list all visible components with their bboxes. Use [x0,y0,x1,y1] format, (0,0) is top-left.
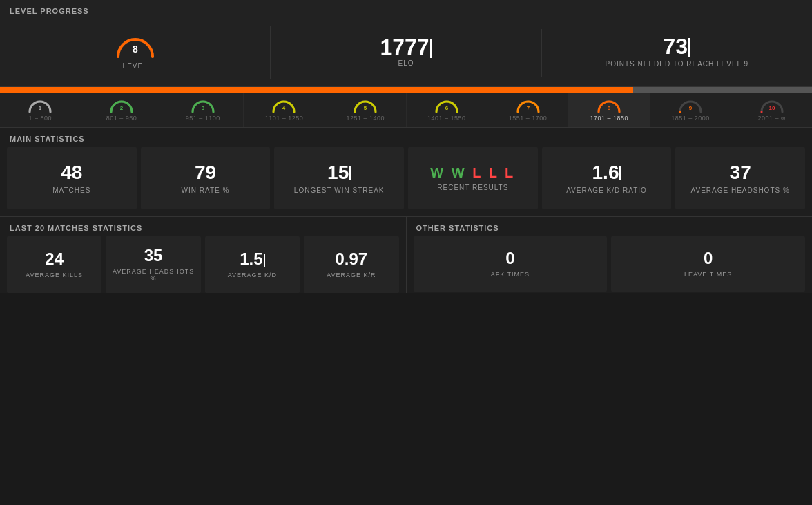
level-step-9[interactable]: 9 1851 – 2000 [650,93,732,127]
other-stats-label: OTHER STATISTICS [407,217,813,236]
level-step-4[interactable]: 4 1101 – 1250 [244,93,325,127]
avg-kills-card: 24 AVERAGE KILLS [7,236,102,293]
level-step-3[interactable]: 3 951 – 1100 [162,93,244,127]
last20-label: LAST 20 MATCHES STATISTICS [0,217,406,236]
avg-hs-value: 35 [144,247,163,264]
kd-ratio-value: 1.6 [592,163,621,182]
result-w1: W [430,165,445,180]
step-range-8: 1701 – 1850 [590,115,628,122]
avg-kills-value: 24 [45,251,64,267]
avg-kr-label: AVERAGE K/R [327,271,376,278]
step-gauge-8: 8 [597,98,621,113]
level-step-8[interactable]: 8 1701 – 1850 [569,93,650,127]
matches-card: 48 MATCHES [7,147,137,209]
step-range-6: 1401 – 1550 [427,115,466,122]
kd-ratio-label: AVERAGE K/D RATIO [566,187,647,194]
result-l1: L [472,165,483,180]
elo-cursor [430,39,432,58]
svg-text:3: 3 [202,105,205,111]
step-range-7: 1551 – 1700 [509,115,548,122]
afk-times-value: 0 [505,250,514,267]
other-stats-section: OTHER STATISTICS 0 AFK TIMES 0 LEAVE TIM… [407,217,813,293]
avg-kr-card: 0.97 AVERAGE K/R [304,236,398,293]
avg-kr-value: 0.97 [335,251,367,267]
headshots-card: 37 AVERAGE HEADSHOTS % [675,147,805,209]
svg-text:1: 1 [39,105,42,111]
level-step-7[interactable]: 7 1551 – 1700 [487,93,569,127]
win-streak-value: 15 [327,163,351,182]
level-step-10[interactable]: 10 2001 – ∞ [731,93,812,127]
win-rate-value: 79 [195,163,216,182]
win-streak-label: LONGEST WIN STREAK [294,187,385,194]
step-gauge-2: 2 [109,98,134,113]
afk-times-card: 0 AFK TIMES [414,236,608,292]
step-range-5: 1251 – 1400 [346,115,385,122]
points-cursor [688,38,690,57]
elo-label: ELO [398,59,414,67]
level-step-5[interactable]: 5 1251 – 1400 [325,93,407,127]
svg-text:7: 7 [526,105,530,111]
win-streak-card: 15 LONGEST WIN STREAK [274,147,404,209]
avg-hs-card: 35 AVERAGE HEADSHOTS % [106,236,200,293]
avg-kd-card: 1.5 AVERAGE K/D [205,236,300,293]
recent-results-card: W W L L L RECENT RESULTS [408,147,538,209]
svg-text:5: 5 [364,105,367,111]
avg-kills-label: AVERAGE KILLS [26,271,83,278]
step-gauge-9: 9 [678,98,703,113]
avg-kd-cursor [264,254,265,267]
kd-ratio-card: 1.6 AVERAGE K/D RATIO [542,147,672,209]
level-gauge: 8 [115,33,156,58]
points-needed-value: 73 [664,35,691,58]
level-progress-label: LEVEL PROGRESS [0,0,812,19]
level-card: 8 LEVEL [0,26,271,79]
step-gauge-5: 5 [353,98,378,113]
level-step-2[interactable]: 2 801 – 950 [81,93,163,127]
matches-value: 48 [61,163,82,182]
step-range-2: 801 – 950 [106,115,137,122]
step-gauge-1: 1 [28,98,52,113]
kd-cursor [619,166,621,180]
headshots-label: AVERAGE HEADSHOTS % [691,187,790,194]
step-gauge-7: 7 [516,98,541,113]
step-range-9: 1851 – 2000 [671,115,710,122]
leave-times-value: 0 [704,250,713,267]
step-gauge-3: 3 [191,98,215,113]
svg-text:8: 8 [608,105,611,111]
leave-times-card: 0 LEAVE TIMES [611,236,805,292]
result-l3: L [505,165,515,180]
level-label: LEVEL [123,62,148,70]
level-steps: 1 1 – 800 2 801 – 950 3 951 – 1100 [0,93,812,127]
streak-cursor [349,166,351,180]
headshots-value: 37 [730,163,751,182]
step-gauge-10: 10 [760,98,784,113]
level-cards: 8 LEVEL 1777 ELO 73 POINTS NEEDED TO REA… [0,19,812,87]
step-range-10: 2001 – ∞ [757,115,785,122]
last20-cards: 24 AVERAGE KILLS 35 AVERAGE HEADSHOTS % … [0,236,406,293]
result-l2: L [489,165,499,180]
level-step-6[interactable]: 6 1401 – 1550 [407,93,488,127]
matches-label: MATCHES [52,187,90,194]
progress-bar-fill [0,87,633,93]
main-stats-label: MAIN STATISTICS [0,128,812,147]
svg-text:8: 8 [133,44,138,55]
avg-hs-label: AVERAGE HEADSHOTS % [111,268,195,282]
svg-text:10: 10 [768,105,775,111]
elo-value: 1777 [380,36,432,59]
points-needed-card: 73 POINTS NEEDED TO REACH LEVEL 9 [542,28,812,78]
step-range-4: 1101 – 1250 [265,115,304,122]
main-stats-section: MAIN STATISTICS 48 MATCHES 79 WIN RATE %… [0,128,812,217]
avg-kd-label: AVERAGE K/D [228,271,277,278]
avg-kd-value: 1.5 [240,251,264,267]
svg-text:9: 9 [689,105,693,111]
afk-times-label: AFK TIMES [491,271,530,278]
step-range-3: 951 – 1100 [186,115,220,122]
svg-text:2: 2 [120,105,124,111]
svg-text:6: 6 [445,105,449,111]
leave-times-label: LEAVE TIMES [684,271,732,278]
level-step-1[interactable]: 1 1 – 800 [0,93,81,127]
bottom-sections: LAST 20 MATCHES STATISTICS 24 AVERAGE KI… [0,217,812,293]
win-rate-card: 79 WIN RATE % [141,147,271,209]
points-needed-label: POINTS NEEDED TO REACH LEVEL 9 [605,60,748,68]
level-gauge-svg: 8 [115,33,156,58]
elo-card: 1777 ELO [271,29,541,77]
